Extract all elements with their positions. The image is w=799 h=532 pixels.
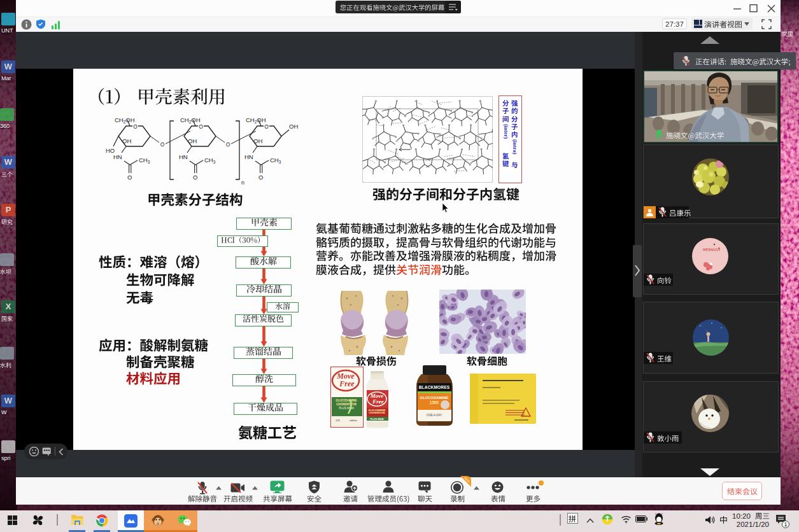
svg-text:O: O: [193, 174, 197, 181]
svg-text:O: O: [127, 174, 132, 181]
svg-text:1500: 1500: [430, 400, 439, 405]
svg-text:O: O: [258, 174, 263, 181]
svg-text:CH2OH: CH2OH: [246, 116, 266, 124]
svg-text:OH: OH: [188, 137, 197, 144]
svg-text:CH2OH: CH2OH: [115, 116, 135, 124]
svg-text:CH3: CH3: [270, 157, 281, 164]
svg-text:CH2OH: CH2OH: [180, 116, 201, 124]
svg-text:O: O: [160, 141, 165, 148]
svg-text:O: O: [264, 123, 269, 130]
svg-text:HN: HN: [244, 153, 253, 160]
svg-text:CH3: CH3: [139, 157, 150, 164]
svg-text:n: n: [241, 179, 244, 186]
svg-text:GLUCOSAMINE: GLUCOSAMINE: [420, 396, 449, 400]
svg-text:HN: HN: [179, 153, 188, 160]
svg-text:CH3: CH3: [204, 157, 216, 164]
svg-text:GLUCOSAMINE: GLUCOSAMINE: [336, 399, 357, 402]
svg-text:O: O: [133, 123, 138, 130]
svg-text:HO: HO: [106, 147, 115, 154]
svg-text:CHONDROITIN: CHONDROITIN: [369, 412, 385, 414]
svg-text:OH: OH: [122, 137, 131, 144]
svg-text:120: 120: [336, 419, 340, 422]
svg-text:tablets: tablets: [350, 419, 357, 422]
svg-text:PLUS MSM: PLUS MSM: [370, 417, 384, 421]
svg-text:Free: Free: [372, 398, 384, 405]
svg-text:OH: OH: [253, 137, 262, 144]
svg-text:OH: OH: [289, 123, 298, 130]
svg-text:O: O: [199, 123, 203, 130]
svg-text:CHONDROITIN: CHONDROITIN: [336, 403, 357, 406]
svg-text:BLACKMORES: BLACKMORES: [419, 385, 450, 389]
svg-text:HN: HN: [113, 153, 122, 160]
svg-text:Free: Free: [339, 379, 355, 388]
svg-text:O: O: [226, 141, 230, 148]
svg-text:ONE-A-DAY: ONE-A-DAY: [427, 414, 442, 417]
